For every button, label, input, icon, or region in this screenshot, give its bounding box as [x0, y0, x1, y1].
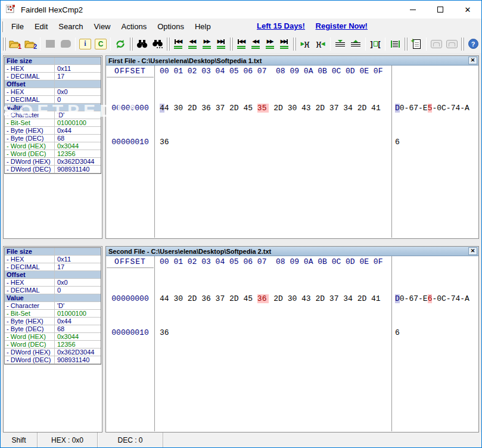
offset-header-underline	[107, 267, 154, 268]
compare-button[interactable]: C	[93, 37, 108, 51]
first-byte-diff-icon: ◀◀	[239, 39, 245, 44]
select-block-button[interactable]: ][	[368, 37, 383, 51]
menu-file[interactable]: File	[6, 20, 29, 33]
toolbar-grip[interactable]	[293, 38, 296, 51]
row-value: 0x11	[55, 256, 101, 263]
find-next-button[interactable]	[150, 37, 165, 51]
row-value: 'D'	[55, 302, 101, 309]
status-empty	[163, 433, 481, 447]
close-icon: ✕	[465, 6, 471, 14]
toolbar-grip[interactable]	[3, 38, 6, 51]
row-label: - DWord (DEC)	[5, 166, 55, 173]
close-button[interactable]: ✕	[454, 1, 481, 18]
panel-close-button[interactable]: ✕	[468, 247, 477, 255]
open-second-file-button[interactable]: 2	[23, 37, 38, 51]
panel-close-button[interactable]: ✕	[468, 57, 477, 64]
hex-bytes[interactable]: 44 30 2D 36 37 2D 45 36 2D 30 43 2D 37 3…	[160, 270, 381, 361]
toolbar-grip[interactable]	[130, 38, 133, 51]
register-link[interactable]: Register Now!	[316, 21, 368, 30]
hex-row[interactable]: 44 30 2D 36 37 2D 45 36 2D 30 43 2D 37 3…	[160, 293, 381, 304]
toolbar-grip[interactable]	[167, 38, 170, 51]
last-diff-button[interactable]: ▶▶	[214, 37, 228, 51]
status-shift: Shift	[1, 433, 38, 447]
byte-index-header: 00 01 02 03 04 05 06 07 08 09 0A 0B 0C 0…	[160, 256, 383, 267]
next-diff-button[interactable]: ▶▶	[200, 37, 214, 51]
section-label: File size	[5, 57, 55, 64]
menu-actions[interactable]: Actions	[116, 20, 153, 33]
hex-row[interactable]: 36	[160, 136, 381, 148]
maximize-button[interactable]	[427, 1, 454, 18]
toolbar-grip[interactable]	[461, 38, 464, 51]
close-icon: ✕	[471, 57, 475, 63]
hex-row[interactable]: 44 30 2D 36 37 2D 45 35 2D 30 43 2D 37 3…	[160, 102, 381, 114]
hex-row[interactable]: 36	[160, 327, 381, 338]
ascii-row[interactable]: 6	[395, 136, 469, 148]
info-panel-button[interactable]: i	[77, 37, 93, 51]
row-label: - Bit-Set	[5, 119, 55, 126]
prev-diff-button[interactable]: ◀◀	[185, 37, 200, 51]
section-label: Offset	[5, 271, 55, 278]
content-area: File size - HEX0x11 - DECIMAL17 Offset -…	[1, 53, 481, 432]
row-label: - DWord (HEX)	[5, 349, 55, 356]
goto-end-button[interactable]	[348, 37, 363, 51]
last-byte-diff-button[interactable]: ▶▶	[277, 37, 291, 51]
find-button[interactable]	[134, 37, 150, 51]
ascii-row[interactable]: D0-67-E5-0C-74-A	[395, 102, 469, 114]
ascii-column[interactable]: D0-67-E6-0C-74-A 6	[395, 270, 469, 361]
panel-titlebar: First File - C:\Users\elena\Desktop\Soft…	[106, 56, 478, 66]
row-value: 0	[55, 96, 101, 103]
inspector-panel-second: File size - HEX0x11 - DECIMAL17 Offset -…	[3, 246, 102, 433]
row-label: - Bit-Set	[5, 310, 55, 317]
menu-help[interactable]: Help	[189, 20, 216, 33]
menu-edit[interactable]: Edit	[29, 20, 53, 33]
prev-diff-block-button[interactable]: ▶}{	[297, 37, 313, 51]
ascii-column[interactable]: D0-67-E5-0C-74-A 6	[395, 80, 469, 170]
row-label: - Byte (DEC)	[5, 135, 55, 142]
hex-editor-first[interactable]: OFFSET 00 01 02 03 04 05 06 07 08 09 0A …	[106, 66, 478, 238]
window-title: Fairdell HexCmp2	[21, 5, 83, 14]
row-value: 908931140	[55, 356, 101, 363]
row-value: 0x362D3044	[55, 349, 101, 356]
trial-banner: Left 15 Days! Register Now!	[257, 21, 368, 30]
refresh-button[interactable]	[113, 37, 128, 51]
column-divider	[154, 256, 155, 431]
inspector-table: File size - HEX0x11 - DECIMAL17 Offset -…	[4, 247, 101, 365]
next-diff-block-button[interactable]: }{◀	[313, 37, 328, 51]
offset-header-underline	[107, 77, 154, 77]
column-divider	[154, 66, 155, 238]
cursor-char: D	[395, 294, 400, 303]
row-label: - HEX	[5, 65, 55, 72]
row-value: 0x3044	[55, 333, 101, 340]
menu-view[interactable]: View	[89, 20, 116, 33]
offset-column: 00000000 00000010	[106, 80, 154, 170]
first-diff-button[interactable]: ◀◀	[171, 37, 185, 51]
help-button[interactable]: ?	[465, 37, 481, 51]
next-byte-diff-button[interactable]: ▶▶	[263, 37, 277, 51]
menu-options[interactable]: Options	[152, 20, 189, 33]
minimize-button[interactable]	[399, 1, 427, 18]
next-block-icon: }{◀	[316, 41, 325, 48]
hex-editor-second[interactable]: OFFSET 00 01 02 03 04 05 06 07 08 09 0A …	[106, 256, 478, 431]
goto-start-button[interactable]	[332, 37, 348, 51]
open-first-file-button[interactable]: 1	[7, 37, 23, 51]
ascii-row[interactable]: D0-67-E6-0C-74-A	[395, 293, 469, 304]
inspector-table: File size - HEX0x11 - DECIMAL17 Offset -…	[4, 57, 101, 174]
report-button[interactable]: +	[409, 37, 424, 51]
bytes-per-line-button[interactable]	[387, 37, 403, 51]
row-label: - Byte (HEX)	[5, 318, 55, 325]
first-byte-diff-button[interactable]: ◀◀	[234, 37, 248, 51]
ascii-row[interactable]: 6	[395, 327, 469, 338]
inspector-panel-first: File size - HEX0x11 - DECIMAL17 Offset -…	[3, 55, 102, 239]
app-icon	[6, 5, 16, 14]
one-label: 1	[18, 43, 21, 50]
cursor-char: D	[395, 104, 400, 113]
menu-search[interactable]: Search	[53, 20, 88, 33]
menubar-grip[interactable]	[2, 21, 4, 32]
help-icon: ?	[468, 39, 478, 49]
prev-byte-diff-button[interactable]: ◀◀	[248, 37, 263, 51]
toolbar-grip[interactable]	[405, 38, 408, 51]
row-value: 01000100	[55, 310, 101, 317]
diff-byte: 35	[257, 104, 269, 113]
hex-bytes[interactable]: 44 30 2D 36 37 2D 45 35 2D 30 43 2D 37 3…	[160, 80, 381, 170]
toolbar-grip[interactable]	[230, 38, 233, 51]
